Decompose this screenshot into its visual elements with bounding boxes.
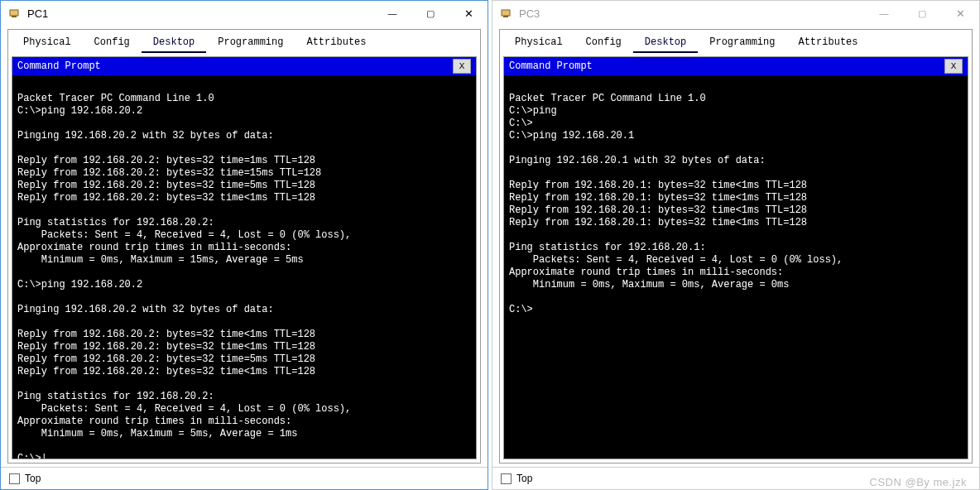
- terminal-titlebar[interactable]: Command Prompt X: [12, 57, 476, 75]
- inner-frame: Physical Config Desktop Programming Attr…: [7, 29, 481, 464]
- terminal-panel: Command Prompt X Packet Tracer PC Comman…: [12, 56, 477, 459]
- terminal-title: Command Prompt: [17, 60, 453, 72]
- minimize-button[interactable]: [865, 1, 903, 26]
- top-checkbox-label: Top: [25, 473, 41, 484]
- top-checkbox[interactable]: [501, 473, 512, 484]
- top-checkbox[interactable]: [9, 473, 20, 484]
- svg-rect-2: [502, 10, 510, 16]
- terminal-titlebar[interactable]: Command Prompt X: [504, 57, 968, 75]
- terminal-close-button[interactable]: X: [944, 59, 963, 74]
- close-button[interactable]: [941, 1, 979, 26]
- tab-programming[interactable]: Programming: [698, 33, 786, 53]
- titlebar[interactable]: PC1: [1, 1, 488, 26]
- inner-frame: Physical Config Desktop Programming Attr…: [499, 29, 973, 464]
- terminal-panel: Command Prompt X Packet Tracer PC Comman…: [503, 56, 968, 459]
- terminal-output[interactable]: Packet Tracer PC Command Line 1.0 C:\>pi…: [504, 75, 968, 459]
- window-controls: [865, 1, 979, 26]
- minimize-button[interactable]: [373, 1, 411, 26]
- svg-rect-3: [503, 16, 508, 17]
- window-pc3: PC3 Physical Config Desktop Programming …: [492, 0, 980, 490]
- terminal-close-button[interactable]: X: [453, 59, 471, 74]
- tab-desktop[interactable]: Desktop: [633, 33, 698, 53]
- watermark: CSDN @By me.jzk: [870, 476, 968, 488]
- maximize-button[interactable]: [411, 1, 449, 26]
- tab-attributes[interactable]: Attributes: [786, 33, 869, 53]
- svg-rect-1: [12, 16, 17, 17]
- tab-attributes[interactable]: Attributes: [295, 33, 377, 53]
- svg-rect-0: [10, 10, 18, 16]
- window-pc1: PC1 Physical Config Desktop Programming …: [0, 0, 488, 490]
- close-button[interactable]: [449, 1, 488, 26]
- window-title: PC1: [27, 7, 373, 20]
- app-icon: [499, 7, 512, 20]
- tab-physical[interactable]: Physical: [12, 33, 83, 53]
- tab-config[interactable]: Config: [83, 33, 142, 53]
- bottom-bar: Top: [1, 467, 488, 489]
- tab-bar: Physical Config Desktop Programming Attr…: [500, 30, 972, 53]
- terminal-title: Command Prompt: [509, 60, 944, 72]
- window-title: PC3: [519, 7, 865, 20]
- tab-config[interactable]: Config: [574, 33, 633, 53]
- titlebar[interactable]: PC3: [492, 1, 979, 26]
- tab-physical[interactable]: Physical: [503, 33, 574, 53]
- maximize-button[interactable]: [903, 1, 941, 26]
- tab-desktop[interactable]: Desktop: [142, 33, 206, 53]
- tab-programming[interactable]: Programming: [206, 33, 295, 53]
- tab-bar: Physical Config Desktop Programming Attr…: [8, 30, 480, 53]
- app-icon: [7, 7, 21, 20]
- window-controls: [373, 1, 488, 26]
- top-checkbox-label: Top: [516, 473, 532, 484]
- terminal-output[interactable]: Packet Tracer PC Command Line 1.0 C:\>pi…: [12, 75, 476, 459]
